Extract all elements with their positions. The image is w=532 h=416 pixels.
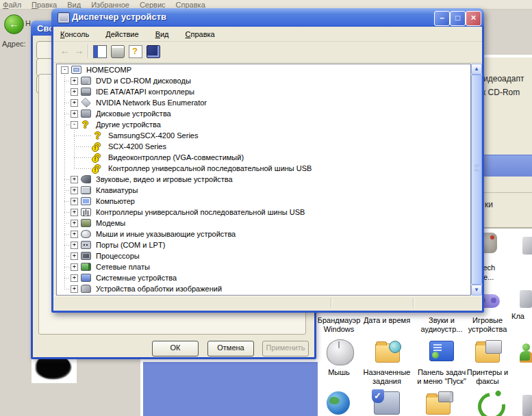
tree-item[interactable]: +Устройства обработки изображений	[57, 283, 470, 294]
tree-item-label[interactable]: Клавиатуры	[94, 186, 139, 194]
dm-menu-item-вид[interactable]: Вид	[155, 30, 169, 38]
expand-toggle[interactable]: +	[71, 274, 78, 282]
tree-item[interactable]: +Системные устройства	[57, 272, 470, 283]
expand-toggle[interactable]: +	[71, 263, 78, 271]
tree-item-label[interactable]: Видеоконтроллер (VGA-совместимый)	[107, 153, 245, 161]
tree-item-label[interactable]: SamsungSCX-4200 Series	[107, 131, 199, 140]
cp-item-label[interactable]: Дата и время	[357, 316, 416, 325]
ok-button[interactable]: ОК	[152, 341, 199, 356]
forward-icon[interactable]: →	[73, 45, 85, 57]
expand-toggle[interactable]: +	[71, 252, 78, 260]
cp-item-label[interactable]: Принтеры и факсы	[458, 368, 517, 386]
tree-item-label[interactable]: Процессоры	[94, 252, 141, 260]
scheduled-tasks-icon[interactable]	[375, 343, 400, 363]
tree-item[interactable]: +Мыши и иные указывающие устройства	[57, 229, 470, 239]
tree-item-label[interactable]: Модемы	[94, 219, 127, 227]
tree-item-label[interactable]: Контроллер универсальной последовательно…	[107, 164, 313, 172]
tree-item[interactable]: +Клавиатуры	[57, 185, 470, 196]
minimize-button[interactable]: –	[434, 11, 450, 26]
cp-item-label[interactable]: Кла	[511, 312, 524, 321]
tree-item[interactable]: +Процессоры	[57, 250, 470, 261]
expand-toggle[interactable]: +	[71, 242, 78, 249]
scrollbar-thumb[interactable]	[471, 75, 482, 285]
expand-toggle[interactable]: +	[71, 99, 78, 107]
mouse-device-icon[interactable]	[327, 339, 354, 365]
tree-item[interactable]: SamsungSCX-4200 Series	[57, 130, 470, 141]
help-icon[interactable]	[129, 45, 142, 58]
tree-item-label[interactable]: Контроллеры универсальной последовательн…	[94, 208, 306, 216]
back-button[interactable]: ←	[4, 14, 24, 34]
tree-scrollbar[interactable]: ▲ ▼	[471, 64, 482, 296]
tree-item-label[interactable]: DVD и CD-ROM дисководы	[94, 77, 192, 85]
scroll-up-icon[interactable]: ▲	[471, 64, 482, 75]
tree-item-label[interactable]: IDE ATA/ATAPI контроллеры	[94, 88, 196, 96]
expand-toggle[interactable]: +	[71, 77, 78, 85]
explorer-menu-item-справка[interactable]: Справка	[176, 1, 205, 9]
tree-item-label[interactable]: Системные устройства	[94, 274, 178, 282]
tree-item-label[interactable]: HOMECOMP	[85, 66, 133, 74]
user-accounts-icon[interactable]	[519, 343, 532, 364]
clipped-a5-icon[interactable]	[522, 237, 532, 255]
tree-item-label[interactable]: Звуковые, видео и игровые устройства	[94, 175, 234, 183]
tree-item[interactable]: +IDE ATA/ATAPI контроллеры	[57, 86, 470, 97]
tree-item[interactable]: -HOMECOMP	[57, 64, 470, 75]
tree-item[interactable]: SCX-4200 Series	[57, 141, 470, 152]
tree-item[interactable]: +Компьютер	[57, 196, 470, 207]
expand-toggle[interactable]: +	[71, 110, 78, 118]
tree-item[interactable]: +Порты (COM и LPT)	[57, 239, 470, 250]
expand-toggle[interactable]: +	[71, 176, 78, 183]
explorer-menu-item-правка[interactable]: Правка	[31, 1, 57, 9]
tree-item[interactable]: +NVIDIA Network Bus Enumerator	[57, 97, 470, 108]
tree-item-label[interactable]: Мыши и иные указывающие устройства	[94, 230, 237, 238]
back-icon[interactable]: ←	[59, 45, 71, 57]
tree-item-label[interactable]: Другие устройства	[94, 120, 162, 129]
tree-item-label[interactable]: Компьютер	[94, 197, 136, 205]
expand-toggle[interactable]: +	[71, 187, 78, 194]
printers-faxes-icon[interactable]	[475, 343, 500, 363]
expand-toggle[interactable]: +	[71, 198, 78, 205]
close-button[interactable]: ×	[466, 11, 481, 26]
explorer-menu-item-вид[interactable]: Вид	[67, 1, 81, 9]
tree-item[interactable]: +Модемы	[57, 218, 470, 229]
tree-item[interactable]: +Сетевые платы	[57, 261, 470, 272]
clipped-d5-icon[interactable]	[522, 395, 532, 416]
network-globe-icon[interactable]	[327, 391, 350, 415]
tree-item[interactable]: Контроллер универсальной последовательно…	[57, 163, 470, 174]
tree-item[interactable]: Видеоконтроллер (VGA-совместимый)	[57, 152, 470, 163]
collapse-toggle[interactable]: -	[61, 66, 68, 74]
tree-item[interactable]: +Звуковые, видео и игровые устройства	[57, 174, 470, 185]
tree-item[interactable]: +Дисковые устройства	[57, 108, 470, 119]
dm-menu-item-действие[interactable]: Действие	[105, 30, 138, 38]
show-console-tree-icon[interactable]	[93, 45, 107, 58]
properties-icon[interactable]	[147, 45, 160, 58]
collapse-toggle[interactable]: -	[71, 121, 78, 129]
cp-item-label[interactable]: Игровые устройства	[458, 316, 517, 334]
cp-item-label[interactable]: Назначенные задания	[357, 368, 416, 386]
tree-item[interactable]: +Контроллеры универсальной последователь…	[57, 207, 470, 218]
tree-item-label[interactable]: Сетевые платы	[94, 263, 151, 271]
scroll-down-icon[interactable]: ▼	[471, 285, 482, 296]
tree-item[interactable]: +DVD и CD-ROM дисководы	[57, 75, 470, 86]
expand-toggle[interactable]: +	[71, 88, 78, 96]
expand-toggle[interactable]: +	[71, 285, 78, 293]
explorer-menu-item-сервис[interactable]: Сервис	[140, 1, 166, 9]
taskbar-startmenu-icon[interactable]	[429, 341, 454, 361]
keyboard-device-icon[interactable]	[520, 290, 532, 308]
print-icon[interactable]	[111, 45, 125, 58]
tree-item-label[interactable]: NVIDIA Network Bus Enumerator	[94, 99, 208, 107]
explorer-menu-item-файл[interactable]: Файл	[3, 1, 21, 9]
dm-menu-item-справка[interactable]: Справка	[186, 30, 215, 38]
tree-item[interactable]: -Другие устройства	[57, 119, 470, 130]
tree-item-label[interactable]: Дисковые устройства	[94, 109, 173, 118]
dm-menu-item-консоль[interactable]: Консоль	[60, 30, 89, 38]
expand-toggle[interactable]: +	[71, 220, 78, 227]
explorer-menu-item-избранное[interactable]: Избранное	[91, 1, 129, 9]
cancel-button[interactable]: Отмена	[207, 341, 254, 356]
expand-toggle[interactable]: +	[71, 231, 78, 238]
scanners-cameras-icon[interactable]	[426, 395, 451, 415]
system-check-icon[interactable]	[374, 391, 400, 415]
device-tree[interactable]: -HOMECOMP+DVD и CD-ROM дисководы+IDE ATA…	[56, 64, 471, 296]
maximize-button[interactable]: □	[450, 11, 466, 26]
tree-item-label[interactable]: Порты (COM и LPT)	[94, 241, 166, 249]
tree-item-label[interactable]: Устройства обработки изображений	[94, 285, 223, 293]
